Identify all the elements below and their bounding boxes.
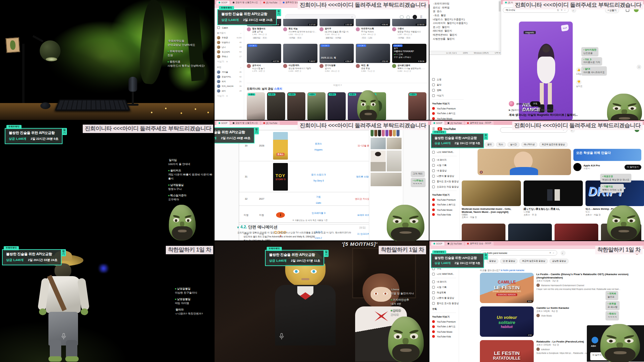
sidebar-item[interactable]: 더보기 <box>429 93 466 98</box>
browser-tab[interactable]: (3) YouTube <box>445 242 464 245</box>
youtube-search-input[interactable]: r le festin parol karaoke ✕⌕ <box>480 250 557 256</box>
filter-chip[interactable]: 감상한 동영상 <box>550 259 569 264</box>
channel-avatar[interactable] <box>247 64 251 68</box>
browser-tab[interactable]: 결투왁전 방송 - SOOP <box>465 121 493 125</box>
youtube-logo[interactable]: YouTube <box>438 127 456 131</box>
favorite-channel[interactable]: 난니43 <box>215 45 244 50</box>
sidebar-item[interactable]: 내 페이지 <box>429 279 459 285</box>
sidebar-item[interactable]: 좋아요 표시한 동영상 <box>429 301 459 306</box>
sidebar-item[interactable]: 나의 WAKTAVE.. <box>429 150 459 155</box>
recommended-channel[interactable]: 페이28 <box>215 89 244 93</box>
browser-tab[interactable]: SOOP <box>431 121 445 125</box>
story-card[interactable]: 스토리 <box>267 92 285 121</box>
live-card[interactable]: 7:08:57 아년충격2L변신왕 악쇽해지기 7일차2,240 · 09분 전 <box>283 44 317 79</box>
collapse-tab[interactable]: 접기 <box>276 9 281 16</box>
video-thumbnail[interactable] <box>462 180 521 206</box>
filter-chip[interactable]: 음악 <box>485 142 494 147</box>
scroll-down-icon[interactable]: ↓ <box>637 65 641 69</box>
film-poster[interactable] <box>273 194 288 204</box>
film-title-link[interactable]: 가토 <box>316 196 321 198</box>
sidebar-item[interactable]: 시청 기록 <box>429 163 459 168</box>
stream-thumbnail[interactable]: 7:08:57 <box>283 44 317 63</box>
channel-avatar[interactable] <box>319 64 324 68</box>
collapse-arrow-icon[interactable]: ∨ <box>237 226 239 229</box>
recommended-channel[interactable]: 하지_HACHI39 <box>215 84 244 89</box>
story-card[interactable]: 스토리 <box>287 92 305 121</box>
filter-chip[interactable]: 애니메이션 <box>521 142 538 147</box>
edit-link[interactable]: [편집] <box>359 226 366 229</box>
video-thumbnail[interactable] <box>462 224 505 241</box>
sidebar-item[interactable]: 오프라인 저장 동영상 <box>429 184 459 190</box>
browser-tab[interactable]: SOOP <box>216 1 230 4</box>
mute-icon[interactable]: 🔇 <box>480 171 483 174</box>
favorite-channel[interactable]: 욕고세지54 <box>215 50 244 54</box>
sidebar-item[interactable]: 나의 WAKTAVE.. <box>429 271 459 277</box>
live-card-dark[interactable]: 다시보기 앞아14분이나 기다이라게? ■ㅇㅇ고해 우우 전체 너무해다 3:3… <box>392 44 426 73</box>
collapse-tab[interactable]: 접기 <box>62 128 67 135</box>
live-card[interactable]: 다시보기2:52:43 짜진_롱공병 후질4,482 · 7시간 전 <box>356 44 390 79</box>
subscribe-button[interactable]: 구독 <box>530 101 541 106</box>
collapse-tab[interactable]: 접기 <box>254 127 259 134</box>
browser-tab[interactable]: (3) YouTube <box>261 1 280 4</box>
like-button[interactable]: 👍3.5만 <box>576 67 581 76</box>
video-thumbnail[interactable]: LE FESTINRATATOUILLE <box>480 340 534 362</box>
youtube-more-item[interactable]: YouTube 스튜디오 <box>429 324 459 329</box>
channel-avatar[interactable] <box>392 27 396 31</box>
filter-chip[interactable]: 믹스 <box>496 142 506 147</box>
youtube-more-item[interactable]: YouTube Kids <box>429 334 459 339</box>
stream-thumbnail[interactable]: 다시보기2025.12.11. 목4:59:47 <box>319 44 354 63</box>
video-title-block[interactable]: 踊ってない夜を知らない男達 2ん니코동조회수 · 주 전 <box>524 207 581 217</box>
live-card[interactable]: 4:56:43 마유뮤키스톡무우닝 티라미1,414 · 04시간 전 토크노래 <box>356 19 390 44</box>
favorite-channel[interactable]: 주매나17 <box>215 54 244 59</box>
youtube-more-item[interactable]: YouTube Music <box>429 329 459 334</box>
film-poster[interactable]: TOYSTORY 5 <box>273 163 288 191</box>
browser-tab[interactable]: 경쟁자 빵 선물로즈나요 <box>230 121 260 125</box>
browser-tab-bar[interactable]: SOOP (3) YouTube 결투왁전 방송 - SOOP <box>429 241 644 245</box>
live-card[interactable]: 1:17:10 현도 게놈가시부터 도게이하 뉴스면 다룬명원이서요1,911 … <box>283 19 317 44</box>
sidebar-item[interactable]: 음악 <box>429 82 466 88</box>
youtube-more-item[interactable]: YouTube Music <box>429 207 459 212</box>
browser-tab[interactable]: (3) YouTube <box>261 121 280 125</box>
recommended-channel[interactable]: 가대불46 <box>215 70 244 74</box>
sidebar-item[interactable]: 내 동영상 <box>429 168 459 173</box>
grid-menu-icon[interactable]: ⠿ <box>420 15 423 19</box>
filter-chip[interactable]: 안 본 동영상 <box>500 259 518 264</box>
film-title-link[interactable]: 토이 스토리 5 <box>311 173 326 176</box>
recommended-channel[interactable]: 퍼거21 <box>215 79 244 84</box>
video-thumbnail[interactable] <box>508 224 552 241</box>
story-card[interactable]: 스토리 <box>307 92 326 121</box>
notepad-scrollbar[interactable] <box>499 0 501 51</box>
search-icon[interactable]: ⌕ <box>240 66 241 69</box>
youtube-more-item[interactable]: YouTube Music <box>429 116 466 121</box>
collapse-tab[interactable]: 접기 <box>324 250 329 257</box>
channel-avatar[interactable] <box>509 101 514 106</box>
film-title-link[interactable]: 인크레더블 3 <box>312 212 326 214</box>
channel-avatar[interactable] <box>283 64 287 68</box>
browser-tab[interactable]: 결투왁전 방송 - SOOP <box>465 242 493 245</box>
channel-avatar[interactable] <box>356 27 360 31</box>
sidebar-item[interactable]: 나중에 볼 동영상 <box>429 295 459 301</box>
filter-chip[interactable]: 실시간 <box>507 142 520 147</box>
search-suggestion[interactable]: 이것을 찾으셨나요? le festin parole karaoke <box>480 269 524 272</box>
search-icon[interactable]: ⌕ <box>240 32 241 35</box>
dislike-button[interactable]: 👎싫어요 <box>576 79 582 88</box>
favorite-channel[interactable]: 박정미나46 <box>215 40 244 45</box>
channel-avatar[interactable] <box>247 27 251 31</box>
video-crumb[interactable]: ▶ [릴레이댄스] ILLIT(아일릿) - Magnetic (4K) <box>509 108 556 112</box>
film-poster[interactable]: 호퍼스 <box>273 132 288 160</box>
bell-icon[interactable] <box>407 15 410 19</box>
sidebar-item[interactable]: 내 페이지 <box>429 157 459 163</box>
live-card[interactable]: 1:02:18 음카쿠[도그타] 오늘도 휴가임~지1,120 · 03시간 전… <box>319 19 354 44</box>
favorites-more[interactable]: 더보기 ∨ <box>215 59 244 64</box>
browser-tab[interactable]: (3) YouTube <box>445 121 464 125</box>
video-thumbnail[interactable]: Un voleursolitairehabitué 2:54 <box>480 306 534 337</box>
story-card[interactable]: 스토리 <box>328 92 346 121</box>
browser-tab[interactable]: SOOP <box>216 121 230 125</box>
sidebar-item[interactable]: 좋아요 표시한 동영상 <box>429 179 459 184</box>
live-card[interactable]: 12:50:33 수롄아명은방 무유보 여쩝집시다1,267 · 03시간 전 … <box>392 19 426 44</box>
learn-more-button[interactable]: 더 알아보기 <box>624 165 641 170</box>
filter-chip[interactable]: 동영상 <box>487 259 499 264</box>
stream-thumbnail[interactable]: 다시보기4:07:50 <box>247 44 281 63</box>
stream-thumbnail[interactable]: 다시보기2:52:43 <box>356 44 390 63</box>
sidebar-item[interactable]: 나중에 볼 동영상 <box>429 173 459 179</box>
